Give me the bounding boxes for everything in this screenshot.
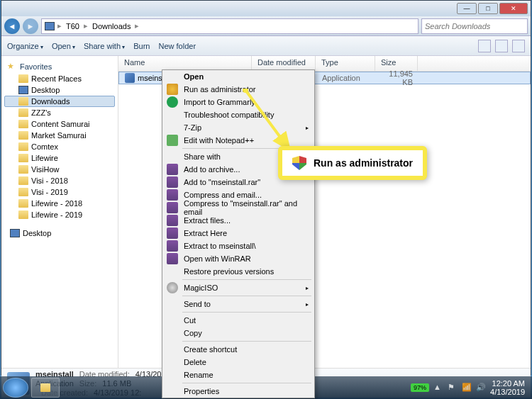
navigation-pane: ★ Favorites Recent Places Desktop Downlo… xyxy=(1,56,118,368)
callout-text: Run as administrator xyxy=(314,157,413,169)
sidebar-item[interactable]: Market Samurai xyxy=(4,130,115,141)
preview-pane-icon[interactable] xyxy=(495,40,508,52)
clock[interactable]: 12:20 AM 4/13/2019 xyxy=(490,379,525,396)
ctx-shortcut[interactable]: Create shortcut xyxy=(162,343,314,356)
desktop-icon xyxy=(18,86,28,94)
sidebar-item[interactable]: Lifewire xyxy=(4,152,115,164)
separator xyxy=(182,341,311,342)
recent-icon xyxy=(18,74,28,83)
breadcrumb-item[interactable]: Downloads xyxy=(91,22,132,30)
sidebar-item[interactable]: Lifewire - 2018 xyxy=(4,198,115,209)
clock-time: 12:20 AM xyxy=(490,379,525,388)
ctx-open-winrar[interactable]: Open with WinRAR xyxy=(162,252,314,265)
ctx-run-as-admin[interactable]: Run as administrator xyxy=(162,83,314,96)
ctx-compress-rar-email[interactable]: Compress to "mseinstall.rar" and email xyxy=(162,201,314,214)
back-button[interactable]: ◄ xyxy=(4,18,20,34)
ctx-label: Extract to mseinstall\ xyxy=(184,242,255,250)
minimize-button[interactable]: — xyxy=(457,3,477,14)
ctx-label: Delete xyxy=(184,358,206,366)
sidebar-item-downloads[interactable]: Downloads xyxy=(4,96,115,107)
ctx-troubleshoot[interactable]: Troubleshoot compatibility xyxy=(162,108,314,121)
sidebar-item-label: Content Samurai xyxy=(31,120,90,128)
flag-icon[interactable]: ⚑ xyxy=(448,383,458,393)
sidebar-item[interactable]: ZZZ's xyxy=(4,107,115,118)
sidebar-item-label: Downloads xyxy=(31,97,70,106)
column-name[interactable]: Name xyxy=(118,56,252,71)
tray-icon[interactable]: ▲ xyxy=(433,383,443,393)
column-type[interactable]: Type xyxy=(316,56,375,71)
search-input[interactable] xyxy=(421,18,528,34)
ctx-label: Send to xyxy=(184,300,211,308)
ctx-label: Open with WinRAR xyxy=(184,254,251,263)
ctx-label: Restore previous versions xyxy=(184,267,274,276)
folder-icon xyxy=(18,131,28,140)
ctx-grammarly[interactable]: Import to Grammarly xyxy=(162,96,314,108)
sidebar-item-label: Desktop xyxy=(31,86,60,94)
sidebar-item[interactable]: Visi - 2019 xyxy=(4,186,115,198)
breadcrumb-item[interactable]: T60 xyxy=(65,22,81,30)
ctx-extract-to[interactable]: Extract to mseinstall\ xyxy=(162,240,314,252)
winrar-icon xyxy=(167,189,178,201)
winrar-icon xyxy=(167,202,178,213)
sidebar-item-label: Visi - 2019 xyxy=(31,188,68,196)
organize-menu[interactable]: Organize xyxy=(7,42,43,50)
ctx-open[interactable]: Open xyxy=(162,70,314,83)
winrar-icon xyxy=(167,164,178,175)
start-button[interactable] xyxy=(3,378,28,398)
sidebar-item[interactable]: VisiHow xyxy=(4,164,115,175)
favorites-group[interactable]: ★ Favorites xyxy=(4,60,115,73)
sidebar-item-desktop-root[interactable]: Desktop xyxy=(4,227,115,239)
ctx-rename[interactable]: Rename xyxy=(162,369,314,381)
volume-icon[interactable]: 🔊 xyxy=(476,383,486,393)
ctx-delete[interactable]: Delete xyxy=(162,356,314,369)
ctx-extract-here[interactable]: Extract Here xyxy=(162,227,314,240)
taskbar-app-explorer[interactable] xyxy=(31,378,60,398)
maximize-button[interactable]: □ xyxy=(478,3,498,14)
sidebar-item-desktop[interactable]: Desktop xyxy=(4,84,115,96)
folder-icon xyxy=(18,120,28,128)
ctx-label: Properties xyxy=(184,387,219,395)
folder-icon xyxy=(18,210,28,219)
sidebar-item-label: Lifewire xyxy=(31,154,58,162)
ctx-sendto[interactable]: Send to xyxy=(162,298,314,310)
sidebar-item[interactable]: Lifewire - 2019 xyxy=(4,209,115,220)
ctx-restore[interactable]: Restore previous versions xyxy=(162,265,314,278)
chevron-right-icon: ▸ xyxy=(135,21,139,30)
ctx-magiciso[interactable]: MagicISO xyxy=(162,281,314,294)
new-folder-button[interactable]: New folder xyxy=(159,42,196,50)
sidebar-item-label: Comtex xyxy=(31,142,58,151)
ctx-copy[interactable]: Copy xyxy=(162,327,314,339)
ctx-cut[interactable]: Cut xyxy=(162,314,314,327)
forward-button[interactable]: ► xyxy=(23,18,38,34)
help-icon[interactable] xyxy=(512,40,525,52)
breadcrumb[interactable]: ▸ T60 ▸ Downloads ▸ xyxy=(41,18,419,34)
ctx-label: Run as administrator xyxy=(184,85,256,94)
sidebar-item-recent[interactable]: Recent Places xyxy=(4,73,115,84)
ctx-properties[interactable]: Properties xyxy=(162,385,314,398)
network-icon[interactable]: 📶 xyxy=(462,383,472,393)
ctx-extract-files[interactable]: Extract files... xyxy=(162,214,314,227)
ctx-notepadpp[interactable]: Edit with Notepad++ xyxy=(162,134,314,147)
view-options-icon[interactable] xyxy=(478,40,491,52)
ctx-label: Import to Grammarly xyxy=(184,98,255,106)
toolbar: Organize Open Share with Burn New folder xyxy=(1,36,531,56)
title-bar: — □ ✕ xyxy=(1,1,531,16)
share-menu[interactable]: Share with xyxy=(84,42,125,50)
folder-icon xyxy=(18,108,28,117)
ctx-7zip[interactable]: 7-Zip xyxy=(162,121,314,134)
close-button[interactable]: ✕ xyxy=(499,3,528,14)
ctx-label: Add to "mseinstall.rar" xyxy=(184,178,260,186)
sidebar-item[interactable]: Comtex xyxy=(4,141,115,152)
open-menu[interactable]: Open xyxy=(52,42,75,50)
context-menu: Open Run as administrator Import to Gram… xyxy=(162,69,315,398)
folder-icon xyxy=(18,188,28,196)
application-icon xyxy=(125,73,135,83)
battery-indicator[interactable]: 97% xyxy=(411,383,429,392)
clock-date: 4/13/2019 xyxy=(490,388,525,396)
folder-icon xyxy=(18,176,28,185)
sidebar-item[interactable]: Content Samurai xyxy=(4,118,115,130)
burn-button[interactable]: Burn xyxy=(133,42,150,50)
sidebar-item-label: Lifewire - 2018 xyxy=(31,199,82,208)
ctx-label: Extract Here xyxy=(184,229,227,237)
sidebar-item[interactable]: Visi - 2018 xyxy=(4,175,115,186)
